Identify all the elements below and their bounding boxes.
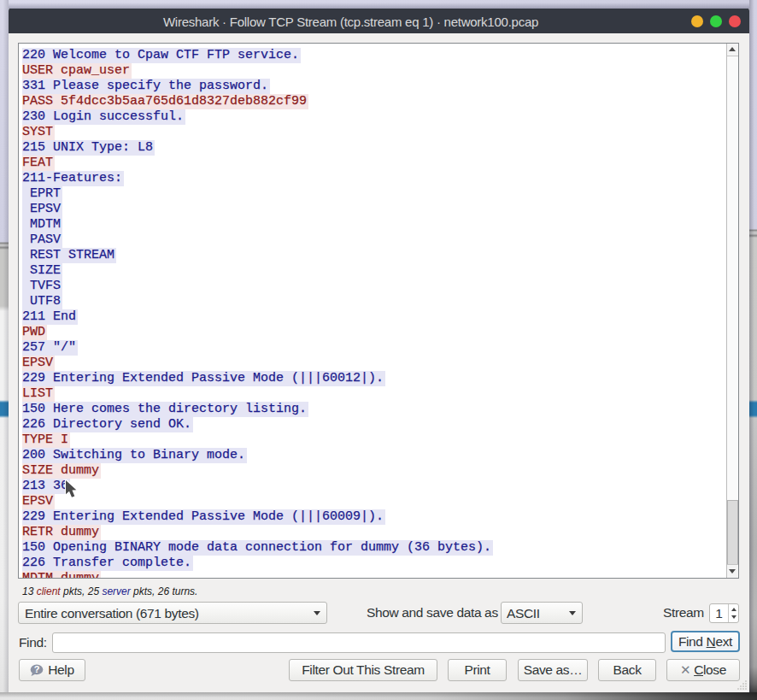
svg-text:?: ?	[34, 664, 40, 674]
